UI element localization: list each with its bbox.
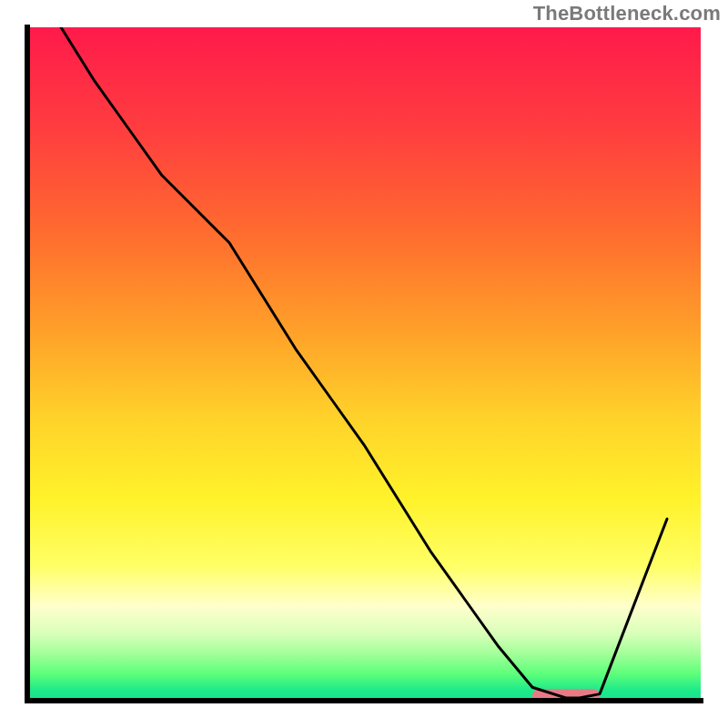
chart-container: TheBottleneck.com [0,0,728,728]
chart-svg [0,0,728,728]
watermark: TheBottleneck.com [533,2,721,25]
